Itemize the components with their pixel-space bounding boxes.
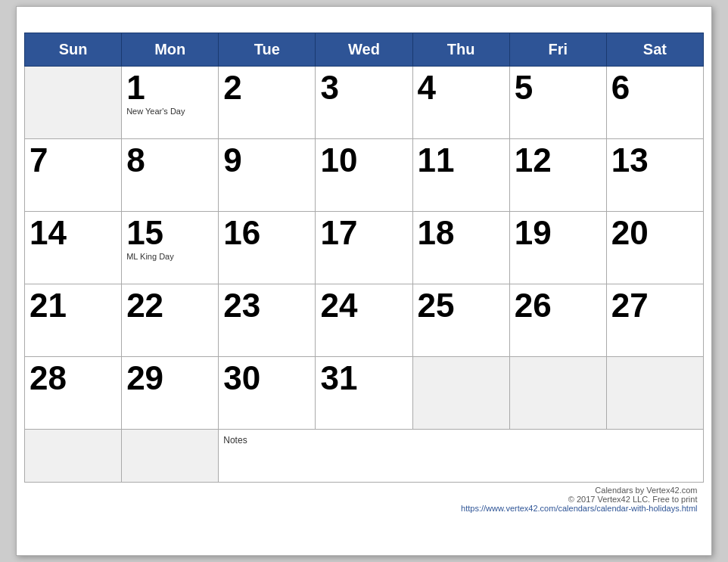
day-number: 8 xyxy=(126,142,213,177)
day-number: 10 xyxy=(320,142,407,177)
day-number: 6 xyxy=(611,70,698,104)
notes-empty-cell xyxy=(122,430,219,483)
calendar-header-sat: Sat xyxy=(606,33,703,67)
calendar-title xyxy=(24,14,704,33)
calendar-day-cell: 28 xyxy=(25,357,122,430)
calendar-week-row: 1415ML King Day1617181920 xyxy=(25,212,704,284)
calendar-day-cell: 6 xyxy=(606,67,703,139)
calendar-day-cell: 24 xyxy=(316,284,412,357)
day-number: 19 xyxy=(515,215,602,250)
calendar-header-tue: Tue xyxy=(219,33,316,67)
calendar-week-row: 1New Year's Day23456 xyxy=(25,67,704,139)
day-number: 3 xyxy=(320,70,407,104)
footer-text: Calendars by Vertex42.com© 2017 Vertex42… xyxy=(219,483,704,555)
calendar-day-cell xyxy=(25,67,122,139)
day-number: 26 xyxy=(515,287,602,322)
calendar-day-cell: 31 xyxy=(316,357,412,430)
calendar-day-cell: 12 xyxy=(509,139,606,212)
day-number: 27 xyxy=(611,287,698,322)
calendar-day-cell: 5 xyxy=(509,67,606,139)
calendar-day-cell: 1New Year's Day xyxy=(122,67,219,139)
footer-row: Calendars by Vertex42.com© 2017 Vertex42… xyxy=(25,483,704,555)
day-number: 9 xyxy=(223,142,310,177)
day-number: 22 xyxy=(126,287,213,322)
calendar-day-cell: 13 xyxy=(606,139,703,212)
calendar-day-cell: 26 xyxy=(509,284,606,357)
calendar-header-row: SunMonTueWedThuFriSat xyxy=(25,33,704,67)
calendar-day-cell: 27 xyxy=(606,284,703,357)
calendar-day-cell: 3 xyxy=(316,67,412,139)
calendar-day-cell: 22 xyxy=(122,284,219,357)
day-number: 17 xyxy=(320,215,407,250)
calendar-day-cell: 10 xyxy=(316,139,412,212)
calendar-week-row: 78910111213 xyxy=(25,139,704,212)
day-number: 1 xyxy=(126,70,213,104)
day-number: 31 xyxy=(320,360,407,395)
calendar-day-cell: 25 xyxy=(412,284,509,357)
calendar-day-cell: 15ML King Day xyxy=(122,212,219,284)
day-number: 13 xyxy=(611,142,698,177)
day-number: 12 xyxy=(515,142,602,177)
day-number: 23 xyxy=(223,287,310,322)
calendar-header-mon: Mon xyxy=(122,33,219,67)
calendar-day-cell: 11 xyxy=(412,139,509,212)
calendar-day-cell: 21 xyxy=(25,284,122,357)
calendar-day-cell: 16 xyxy=(219,212,316,284)
calendar-header-thu: Thu xyxy=(412,33,509,67)
day-number: 14 xyxy=(30,215,117,250)
day-number: 21 xyxy=(30,287,117,322)
holiday-label: ML King Day xyxy=(126,251,213,262)
calendar-day-cell: 29 xyxy=(122,357,219,430)
calendar-container: SunMonTueWedThuFriSat 1New Year's Day234… xyxy=(16,6,712,556)
holiday-label: New Year's Day xyxy=(126,106,213,116)
calendar-day-cell: 20 xyxy=(606,212,703,284)
calendar-day-cell xyxy=(412,357,509,430)
day-number: 25 xyxy=(418,287,505,322)
calendar-day-cell: 14 xyxy=(25,212,122,284)
calendar-header-wed: Wed xyxy=(316,33,412,67)
calendar-day-cell: 2 xyxy=(219,67,316,139)
calendar-day-cell: 17 xyxy=(316,212,412,284)
calendar-day-cell: 30 xyxy=(219,357,316,430)
notes-label: Notes xyxy=(223,435,247,446)
day-number: 16 xyxy=(223,215,310,250)
calendar-day-cell: 19 xyxy=(509,212,606,284)
day-number: 29 xyxy=(126,360,213,395)
calendar-header-fri: Fri xyxy=(509,33,606,67)
calendar-day-cell: 8 xyxy=(122,139,219,212)
footer-empty xyxy=(25,483,219,555)
calendar-day-cell: 23 xyxy=(219,284,316,357)
day-number: 24 xyxy=(320,287,407,322)
day-number: 20 xyxy=(611,215,698,250)
day-number: 30 xyxy=(223,360,310,395)
calendar-day-cell: 7 xyxy=(25,139,122,212)
calendar-table: SunMonTueWedThuFriSat 1New Year's Day234… xyxy=(24,33,704,555)
calendar-day-cell: 4 xyxy=(412,67,509,139)
day-number: 7 xyxy=(30,142,117,177)
calendar-week-row: 28293031 xyxy=(25,357,704,430)
day-number: 4 xyxy=(418,70,505,104)
day-number: 2 xyxy=(223,70,310,104)
day-number: 11 xyxy=(418,142,505,177)
calendar-day-cell xyxy=(509,357,606,430)
calendar-header-sun: Sun xyxy=(25,33,122,67)
day-number: 18 xyxy=(418,215,505,250)
calendar-day-cell xyxy=(606,357,703,430)
notes-empty-cell xyxy=(25,430,122,483)
day-number: 15 xyxy=(126,215,213,250)
notes-row: Notes xyxy=(25,430,704,483)
calendar-day-cell: 9 xyxy=(219,139,316,212)
notes-cell: Notes xyxy=(219,430,704,483)
day-number: 5 xyxy=(515,70,602,104)
calendar-day-cell: 18 xyxy=(412,212,509,284)
day-number: 28 xyxy=(30,360,117,395)
calendar-week-row: 21222324252627 xyxy=(25,284,704,357)
